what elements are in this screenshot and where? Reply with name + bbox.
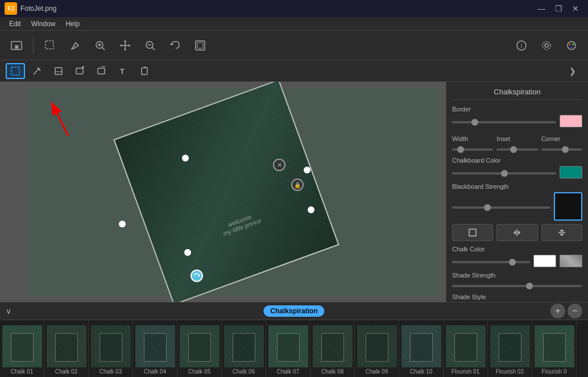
handle-ml[interactable] — [119, 221, 126, 227]
close-button[interactable]: ✕ — [568, 2, 583, 15]
svg-point-26 — [573, 43, 574, 45]
svg-rect-2 — [45, 41, 53, 49]
pen-icon[interactable] — [64, 35, 86, 56]
move-icon[interactable] — [114, 35, 136, 56]
menu-help[interactable]: Help — [61, 19, 84, 29]
remove-style-button[interactable]: − — [568, 304, 582, 318]
menu-window[interactable]: Window — [27, 19, 60, 29]
inset-label: Inset — [496, 135, 537, 142]
handle-tl[interactable] — [182, 155, 189, 161]
chalkspiration-label: Chalkspiration — [263, 305, 324, 317]
thumbnail-label: Flourish 01 — [452, 368, 479, 375]
thumbnail-item[interactable]: Chalk 04 — [133, 320, 177, 377]
menu-bar: Edit Window Help — [0, 17, 588, 31]
window-controls[interactable]: — ❐ ✕ — [533, 2, 583, 15]
crop-icon[interactable] — [39, 35, 61, 56]
handle-mr[interactable] — [308, 206, 314, 213]
thumbnail-label: Flourish 0 — [542, 368, 567, 375]
thumbnail-item[interactable]: Chalk 10 — [399, 320, 444, 377]
reposition-tool[interactable] — [92, 63, 111, 79]
thumbnail-strip: Chalk 01Chalk 02Chalk 03Chalk 04Chalk 05… — [0, 320, 588, 377]
inset-slider[interactable] — [496, 148, 537, 151]
undo-icon[interactable] — [164, 35, 186, 56]
thumbnail-item[interactable]: Chalk 07 — [266, 320, 310, 377]
expand-icon[interactable]: ❯ — [563, 63, 582, 79]
chalkboard-color-slider[interactable] — [452, 172, 556, 175]
thumbnail-item[interactable]: Flourish 01 — [444, 320, 488, 377]
thumbnail-item[interactable]: Chalk 03 — [89, 320, 133, 377]
svg-point-22 — [545, 44, 548, 47]
thumbnail-item[interactable]: Chalk 08 — [310, 320, 355, 377]
shade-strength-row — [452, 281, 582, 289]
text-tool[interactable]: T — [114, 63, 133, 79]
corner-slider[interactable] — [541, 148, 582, 151]
handle-tr[interactable] — [304, 167, 310, 173]
thumbnail-item[interactable]: Chalk 06 — [222, 320, 266, 377]
main-toolbar: ▣ i — [0, 31, 588, 60]
handle-bm[interactable] — [184, 249, 191, 256]
photo-icon[interactable]: ▣ — [6, 35, 27, 56]
add-style-button[interactable]: + — [550, 304, 565, 318]
thumbnail-label: Chalk 09 — [366, 368, 388, 375]
add-photo-tool[interactable] — [71, 63, 90, 79]
handle-x[interactable]: ✕ — [273, 159, 285, 171]
brush-tool[interactable] — [27, 63, 47, 79]
blackboard-strength-row — [452, 192, 582, 221]
menu-edit[interactable]: Edit — [5, 19, 26, 29]
corner-label: Corner — [541, 135, 582, 142]
erase-tool[interactable] — [49, 63, 68, 79]
expand-arrow[interactable]: ∨ — [6, 306, 11, 316]
chalk-color-slider[interactable] — [452, 261, 530, 263]
title-bar-title: FotoJet.png — [20, 5, 56, 13]
frame-btn[interactable] — [452, 224, 493, 241]
chalk-color-swatch[interactable] — [533, 255, 556, 267]
border-slider[interactable] — [452, 121, 556, 123]
rotate-handle[interactable] — [191, 270, 203, 282]
svg-marker-13 — [129, 44, 131, 47]
thumbnail-item[interactable]: Flourish 02 — [488, 320, 532, 377]
frame-icon[interactable] — [189, 35, 211, 56]
title-bar-left: FJ FotoJet.png — [5, 2, 56, 15]
border-slider-row — [452, 115, 582, 127]
thumbnail-item[interactable]: Chalk 01 — [0, 320, 44, 377]
thumbnail-label: Chalk 10 — [410, 368, 432, 375]
toolbar-sep-1 — [33, 37, 34, 54]
thumbnail-item[interactable]: Chalk 02 — [44, 320, 89, 377]
svg-marker-17 — [170, 43, 173, 45]
handle-lock[interactable]: 🔒 — [291, 179, 304, 191]
clip-tool[interactable] — [135, 63, 155, 79]
chalkboard-color-swatch[interactable] — [560, 166, 582, 179]
border-label: Border — [452, 106, 582, 113]
blackboard-strength-slider[interactable] — [452, 206, 550, 209]
zoom-out-icon[interactable] — [139, 35, 161, 56]
thumbnail-item[interactable]: Flourish 0 — [532, 320, 577, 377]
blackboard-preview — [554, 192, 582, 221]
width-slider[interactable] — [452, 148, 493, 151]
svg-line-41 — [54, 107, 68, 136]
mirror-v-btn[interactable] — [541, 224, 582, 241]
settings-icon[interactable] — [536, 35, 557, 56]
palette-icon[interactable] — [561, 35, 582, 56]
thumbnail-label: Chalk 02 — [55, 368, 77, 375]
mirror-h-btn[interactable] — [496, 224, 537, 241]
thumbnail-item[interactable]: Chalk 09 — [355, 320, 399, 377]
select-tool[interactable] — [6, 63, 25, 79]
svg-marker-42 — [198, 275, 200, 276]
svg-rect-31 — [55, 68, 62, 74]
svg-rect-19 — [197, 43, 203, 48]
arrow-indicator — [48, 99, 71, 133]
artwork-element[interactable]: welcomemy little prince — [113, 82, 339, 302]
width-col: Width — [452, 131, 493, 152]
info-icon[interactable]: i — [511, 35, 532, 56]
inset-col: Inset — [496, 131, 537, 152]
zoom-in-icon[interactable] — [89, 35, 111, 56]
border-color-swatch[interactable] — [560, 115, 582, 127]
maximize-button[interactable]: ❐ — [550, 2, 566, 15]
thumbnail-label: Chalk 05 — [188, 368, 210, 375]
thumbnail-label: Flourish 02 — [496, 368, 524, 375]
shade-strength-slider[interactable] — [452, 285, 582, 287]
minimize-button[interactable]: — — [533, 2, 549, 15]
thumbnail-item[interactable]: Chalk 05 — [177, 320, 222, 377]
chalkboard-color-row — [452, 166, 582, 179]
chalkboard-canvas[interactable]: welcomemy little prince ✕ 🔒 — [28, 88, 440, 296]
